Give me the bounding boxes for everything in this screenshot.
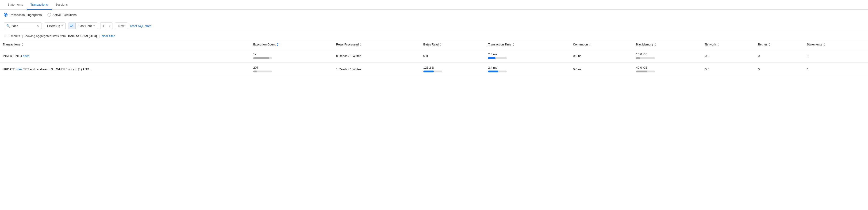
time-next-button[interactable]: › <box>106 23 112 29</box>
results-time-range: 15:00 to 16:59 (UTC) <box>68 34 97 38</box>
tab-sessions[interactable]: Sessions <box>52 0 71 10</box>
contention-value: 0.0 ns <box>573 54 581 58</box>
time-prev-button[interactable]: ‹ <box>100 23 106 29</box>
reset-sql-stats-link[interactable]: reset SQL stats <box>130 24 151 28</box>
cell-exec-0: 1k <box>250 49 333 63</box>
transaction-link[interactable]: rides <box>23 54 29 58</box>
search-icon: 🔍 <box>6 24 10 28</box>
time-bar-fill <box>488 71 498 72</box>
col-header-transaction-time[interactable]: Transaction Time ▲▼ <box>485 40 570 49</box>
results-bar: ☰ 2 results | Showing aggregated stats f… <box>0 32 868 40</box>
sort-icon-bytes: ▲▼ <box>440 43 442 46</box>
col-header-rows-processed[interactable]: Rows Processed ▲▼ <box>333 40 421 49</box>
sort-icon-contention: ▲▼ <box>589 43 591 46</box>
col-header-exec-count[interactable]: Execution Count ▲▼ <box>250 40 333 49</box>
clear-filter-link[interactable]: clear filter <box>101 34 115 38</box>
cell-time-0: 2.3 ms <box>485 49 570 63</box>
table-row: UPDATE rides SET end_address = $... WHER… <box>0 63 868 76</box>
sort-icon-time: ▲▼ <box>512 43 515 46</box>
cell-exec-1: 207 <box>250 63 333 76</box>
col-header-contention[interactable]: Contention ▲▼ <box>570 40 633 49</box>
contention-value: 0.0 ns <box>573 68 581 71</box>
col-header-max-memory[interactable]: Max Memory ▲▼ <box>633 40 702 49</box>
exec-bar-fill <box>253 57 269 59</box>
bytes-read-value: 0 B <box>424 54 428 58</box>
search-box: 🔍 ✕ <box>4 23 42 29</box>
cell-bytes-1: 125.2 B <box>421 63 486 76</box>
exec-count-value: 207 <box>253 66 331 69</box>
results-description: | Showing aggregated stats from <box>22 34 66 38</box>
sort-icon-exec: ▲▼ <box>277 43 279 46</box>
radio-fingerprints[interactable]: Transaction Fingerprints <box>4 13 42 16</box>
sort-icon-rows: ▲▼ <box>360 43 362 46</box>
transaction-prefix: UPDATE <box>3 68 16 71</box>
search-clear-button[interactable]: ✕ <box>36 24 39 27</box>
cell-statements-1: 1 <box>804 63 868 76</box>
exec-bar <box>253 71 272 72</box>
filter-button[interactable]: Filters (1) ▾ <box>44 23 66 29</box>
tab-transactions[interactable]: Transactions <box>27 0 52 10</box>
cell-memory-0: 10.0 KiB <box>633 49 702 63</box>
cell-memory-1: 40.0 KiB <box>633 63 702 76</box>
exec-bar-fill <box>253 71 257 72</box>
memory-bar <box>636 57 655 59</box>
tab-statements[interactable]: Statements <box>4 0 27 10</box>
menu-icon[interactable]: ☰ <box>4 34 7 38</box>
col-header-statements[interactable]: Statements ▲▼ <box>804 40 868 49</box>
col-header-retries[interactable]: Retries ▲▼ <box>755 40 804 49</box>
rows-processed-value: 0 Reads / 1 Writes <box>336 54 361 58</box>
cell-rows-1: 1 Reads / 1 Writes <box>333 63 421 76</box>
time-selector: 1h Past Hour ▾ <box>68 23 98 29</box>
memory-bar-fill <box>636 57 640 59</box>
time-bar-fill <box>488 57 496 59</box>
table-header-row: Transactions ▲▼ Execution Count ▲▼ Rows … <box>0 40 868 49</box>
sort-icon-transactions: ▲▼ <box>21 43 24 46</box>
memory-bar <box>636 71 655 72</box>
radio-group: Transaction Fingerprints Active Executio… <box>0 10 868 20</box>
cell-time-1: 2.4 ms <box>485 63 570 76</box>
time-bar <box>488 57 507 59</box>
time-nav-group: ‹ › <box>100 22 113 29</box>
cell-statements-0: 1 <box>804 49 868 63</box>
network-value: 0 B <box>705 54 710 58</box>
rows-processed-value: 1 Reads / 1 Writes <box>336 68 361 71</box>
cell-contention-1: 0.0 ns <box>570 63 633 76</box>
statements-value: 1 <box>807 54 809 58</box>
filter-label: Filters (1) <box>47 24 60 28</box>
radio-active-circle <box>48 13 51 16</box>
transaction-prefix: INSERT INTO <box>3 54 23 58</box>
cell-transaction-0: INSERT INTO rides <box>0 49 250 63</box>
table-container: Transactions ▲▼ Execution Count ▲▼ Rows … <box>0 40 868 76</box>
radio-active[interactable]: Active Executions <box>48 13 77 16</box>
chevron-down-icon: ▾ <box>62 25 63 27</box>
cell-bytes-0: 0 B <box>421 49 486 63</box>
now-button[interactable]: Now <box>115 23 128 29</box>
exec-bar <box>253 57 272 59</box>
time-dropdown[interactable]: Past Hour ▾ <box>75 23 98 29</box>
cell-retries-1: 0 <box>755 63 804 76</box>
col-header-transactions[interactable]: Transactions ▲▼ <box>0 40 250 49</box>
table-row: INSERT INTO rides 1k 0 Reads / 1 Writes0… <box>0 49 868 63</box>
results-count: 2 results <box>8 34 20 38</box>
network-value: 0 B <box>705 68 710 71</box>
bytes-bar-fill <box>424 71 434 72</box>
cell-network-0: 0 B <box>702 49 755 63</box>
memory-value: 40.0 KiB <box>636 66 699 69</box>
radio-active-label: Active Executions <box>53 13 77 16</box>
memory-value: 10.0 KiB <box>636 53 699 56</box>
cell-transaction-1: UPDATE rides SET end_address = $... WHER… <box>0 63 250 76</box>
memory-bar-fill <box>636 71 647 72</box>
col-header-bytes-read[interactable]: Bytes Read ▲▼ <box>421 40 486 49</box>
app-container: Statements Transactions Sessions Transac… <box>0 0 868 210</box>
radio-fingerprints-label: Transaction Fingerprints <box>9 13 42 16</box>
col-header-network[interactable]: Network ▲▼ <box>702 40 755 49</box>
retries-value: 0 <box>758 54 760 58</box>
transaction-link[interactable]: rides <box>16 68 22 71</box>
transactions-table: Transactions ▲▼ Execution Count ▲▼ Rows … <box>0 40 868 76</box>
cell-contention-0: 0.0 ns <box>570 49 633 63</box>
search-input[interactable] <box>11 24 35 28</box>
time-value: 2.4 ms <box>488 66 567 69</box>
time-value: 2.3 ms <box>488 53 567 56</box>
bytes-bar <box>424 71 442 72</box>
transaction-suffix: SET end_address = $... WHERE (city = $1)… <box>23 68 92 71</box>
